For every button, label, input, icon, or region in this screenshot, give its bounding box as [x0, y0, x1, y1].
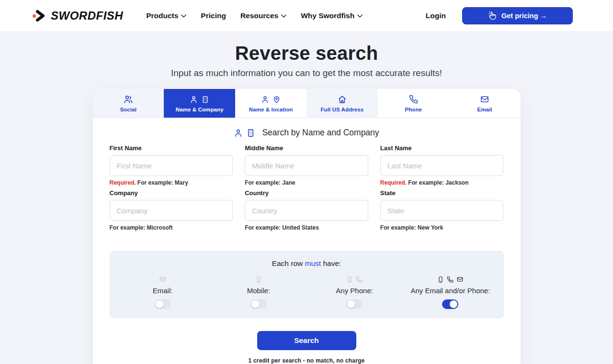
field-hint: Required.For example: Jackson [380, 179, 504, 186]
tab-name-and-location[interactable]: Name & location [235, 89, 306, 118]
company-field: Company For example: Microsoft [110, 189, 233, 231]
chevron-down-icon [281, 14, 286, 18]
field-label: Last Name [380, 144, 504, 152]
mobile-icon [437, 276, 444, 283]
field-hint: For example: United States [245, 224, 368, 231]
country-input[interactable] [245, 200, 368, 221]
tab-name-and-company[interactable]: Name & Company [164, 89, 235, 118]
person-icon [261, 95, 269, 104]
mobile-icon [346, 276, 353, 283]
country-field: Country For example: United States [245, 189, 368, 231]
requirement-any-phone: Any Phone: [306, 275, 402, 309]
first-name-input[interactable] [110, 155, 233, 176]
nav-item-products[interactable]: Products [146, 11, 186, 20]
person-icon [190, 95, 198, 104]
main-nav: Products Pricing Resources Why Swordfish [146, 11, 363, 20]
requirement-email: Email: [115, 275, 211, 309]
tab-email[interactable]: Email [449, 89, 521, 118]
people-icon [124, 95, 133, 104]
tab-phone[interactable]: Phone [378, 89, 449, 118]
state-input[interactable] [380, 200, 504, 221]
middle-name-input[interactable] [245, 155, 368, 176]
search-type-tabs: Social Name & Company Name & location Fu… [93, 89, 521, 118]
mobile-toggle[interactable] [250, 299, 267, 309]
must-highlight: must [305, 259, 321, 267]
last-name-field: Last Name Required.For example: Jackson [380, 144, 504, 186]
building-icon [201, 95, 209, 104]
field-hint: For example: Microsoft [110, 224, 233, 231]
page-subtitle: Input as much information you can to get… [0, 68, 613, 78]
first-name-field: First Name Required.For example: Mary [110, 144, 233, 186]
field-label: State [380, 189, 504, 197]
row-requirements-panel: Each row must have: Email: Mobile: [110, 251, 504, 318]
field-hint: For example: New York [380, 224, 504, 231]
email-toggle[interactable] [155, 299, 171, 309]
location-pin-icon [272, 95, 281, 104]
nav-item-resources[interactable]: Resources [240, 11, 286, 20]
reverse-search-card: Social Name & Company Name & location Fu… [93, 89, 521, 364]
field-label: Company [110, 189, 233, 197]
login-link[interactable]: Login [426, 11, 446, 20]
phone-icon [409, 95, 418, 104]
hero-section: Reverse search Input as much information… [0, 31, 613, 78]
envelope-icon [456, 276, 464, 283]
field-label: First Name [110, 144, 233, 152]
tab-social[interactable]: Social [93, 89, 164, 118]
any-phone-toggle[interactable] [346, 299, 363, 309]
phone-icon [356, 276, 363, 283]
mobile-icon [255, 276, 262, 283]
building-icon [246, 128, 255, 138]
credit-note: 1 credit per search - no match, no charg… [93, 357, 521, 364]
get-pricing-button[interactable]: Get pricing → [462, 7, 573, 24]
envelope-icon [159, 276, 166, 283]
any-email-or-phone-toggle[interactable] [442, 299, 458, 309]
hand-click-icon [488, 11, 497, 20]
nav-item-pricing[interactable]: Pricing [201, 11, 226, 20]
swordfish-logo-icon [33, 9, 47, 23]
middle-name-field: Middle Name For example: Jane [245, 144, 368, 186]
page-title: Reverse search [0, 43, 613, 64]
phone-icon [447, 276, 454, 283]
brand-name: SWORDFISH [51, 9, 123, 22]
field-hint: For example: Jane [245, 179, 368, 186]
form-heading: Search by Name and Company [110, 127, 504, 144]
field-label: Middle Name [245, 144, 368, 152]
home-icon [338, 95, 347, 104]
required-marker: Required. [110, 179, 136, 186]
form-heading-text: Search by Name and Company [262, 128, 379, 138]
field-hint: Required.For example: Mary [110, 179, 233, 186]
envelope-icon [480, 95, 489, 104]
requirement-mobile: Mobile: [211, 275, 306, 309]
chevron-down-icon [357, 14, 363, 18]
person-icon [234, 128, 243, 138]
swordfish-logo[interactable]: SWORDFISH [33, 9, 123, 23]
requirements-title: Each row must have: [115, 259, 499, 268]
top-navigation: SWORDFISH Products Pricing Resources Why… [0, 0, 613, 31]
company-input[interactable] [110, 200, 233, 221]
search-form: Search by Name and Company First Name Re… [93, 118, 521, 239]
search-button[interactable]: Search [257, 331, 356, 350]
tab-full-us-address[interactable]: Full US Address [306, 89, 378, 118]
last-name-input[interactable] [380, 155, 504, 176]
required-marker: Required. [380, 179, 407, 186]
chevron-down-icon [181, 14, 186, 18]
nav-item-why-swordfish[interactable]: Why Swordfish [301, 11, 363, 20]
requirement-any-email-or-phone: Any Email and/or Phone: [402, 275, 498, 309]
field-label: Country [245, 189, 368, 197]
state-field: State For example: New York [380, 189, 504, 231]
